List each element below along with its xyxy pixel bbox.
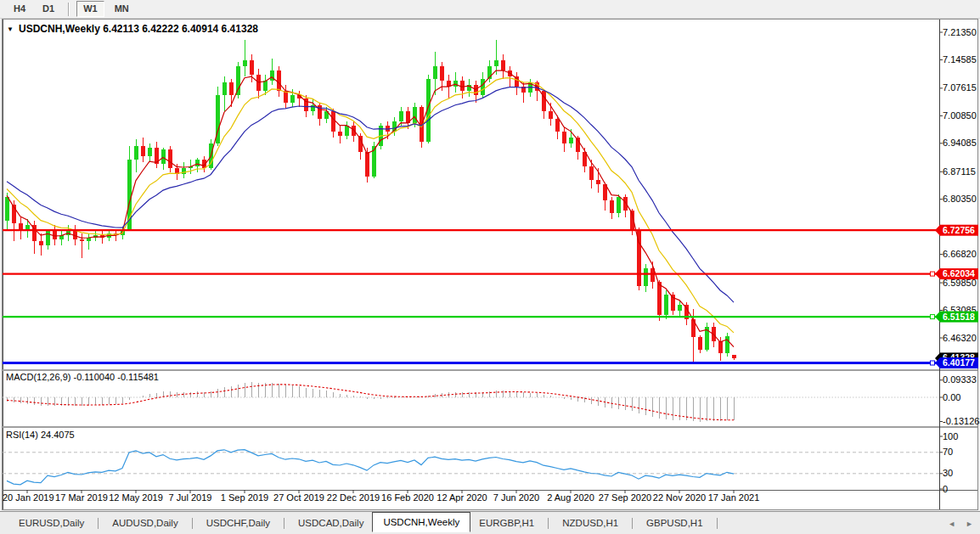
price-tick-label: 6.80350 <box>943 194 977 204</box>
timeframe-button-h4[interactable]: H4 <box>7 1 32 17</box>
toolbar-separator <box>68 3 70 16</box>
tab-scroll-right-icon[interactable]: ► <box>966 520 973 528</box>
price-tick-label: 7.07615 <box>943 82 977 93</box>
price-tick-label: 6.66820 <box>943 249 977 259</box>
timeframe-button-mn[interactable]: MN <box>108 1 136 17</box>
tab-gbpusd-h1[interactable]: GBPUSD,H1 <box>638 514 711 531</box>
tab-scroll-arrows: ◄► <box>948 512 973 534</box>
date-label: 17 Mar 2019 <box>55 492 108 503</box>
rsi-indicator-label: RSI(14) 24.4075 <box>6 430 75 440</box>
support-line-green-handle[interactable] <box>931 315 935 319</box>
price-badge-label: 6.40177 <box>943 357 975 368</box>
macd-tick-label: -0.131263 <box>943 416 980 426</box>
tab-eurgbp-h1[interactable]: EURGBP,H1 <box>470 514 543 531</box>
tab-separator <box>717 518 718 529</box>
price-tick-label: 6.87115 <box>943 166 976 177</box>
resistance-line-2-handle[interactable] <box>931 272 935 276</box>
price-tick-label: 6.94085 <box>943 138 977 148</box>
tab-separator <box>632 518 633 529</box>
price-tick-label: 7.21350 <box>943 27 977 37</box>
mt4-chart-window: H4D1W1MN 7.213507.145857.076157.008506.9… <box>0 0 980 534</box>
macd-indicator-label: MACD(12,26,9) -0.110040 -0.115481 <box>6 372 159 382</box>
chart-area[interactable]: 7.213507.145857.076157.008506.940856.871… <box>0 19 980 511</box>
tab-separator <box>192 518 193 529</box>
date-label: 22 Dec 2019 <box>327 492 380 503</box>
macd-tick-label: 0.00 <box>943 392 960 402</box>
price-badge-label: 6.51518 <box>943 312 975 322</box>
rsi-tick-label: 70 <box>943 447 953 457</box>
chart-menu-arrow-icon[interactable]: ▼ <box>7 25 14 33</box>
tab-separator <box>284 518 284 529</box>
chart-title: ▼USDCNH,Weekly 6.42113 6.42222 6.40914 6… <box>7 23 258 35</box>
macd-tick-label: 0.09333 <box>943 374 977 385</box>
support-line-blue-handle[interactable] <box>931 361 935 365</box>
tab-separator <box>548 518 549 529</box>
price-badge-label: 6.72756 <box>943 225 975 235</box>
tab-audusd-daily[interactable]: AUDUSD,Daily <box>104 514 186 531</box>
date-label: 12 Apr 2020 <box>436 492 487 503</box>
tab-usdcad-daily[interactable]: USDCAD,Daily <box>290 514 372 531</box>
date-label: 20 Jan 2019 <box>3 492 54 503</box>
date-label: 16 Feb 2020 <box>381 492 434 503</box>
chart-tab-bar: EURUSD,DailyAUDUSD,DailyUSDCHF,DailyUSDC… <box>0 511 980 534</box>
date-label: 1 Sep 2019 <box>221 492 268 503</box>
date-label: 17 Jan 2021 <box>708 492 760 503</box>
price-tick-label: 6.46320 <box>943 333 977 343</box>
tab-eurusd-daily[interactable]: EURUSD,Daily <box>10 514 93 531</box>
price-tick-label: 7.14585 <box>943 54 977 65</box>
date-label: 22 Nov 2020 <box>653 492 706 503</box>
chart-window-frame <box>3 20 978 510</box>
timeframe-button-d1[interactable]: D1 <box>36 1 61 17</box>
rsi-tick-label: 100 <box>943 431 958 441</box>
timeframe-button-w1[interactable]: W1 <box>76 1 104 17</box>
date-label: 27 Sep 2020 <box>599 492 651 503</box>
date-label: 12 May 2019 <box>109 492 163 503</box>
rsi-tick-label: 30 <box>943 468 953 478</box>
date-label: 27 Oct 2019 <box>273 492 324 503</box>
price-badge-label: 6.62034 <box>943 268 975 278</box>
tab-nzdusd-h1[interactable]: NZDUSD,H1 <box>554 514 627 531</box>
date-label: 7 Jun 2020 <box>493 492 539 503</box>
tab-usdcnh-weekly[interactable]: USDCNH,Weekly <box>372 512 470 532</box>
tab-usdchf-daily[interactable]: USDCHF,Daily <box>198 514 279 531</box>
rsi-tick-label: 0 <box>943 484 948 494</box>
date-label: 7 Jul 2019 <box>169 492 212 503</box>
tab-scroll-left-icon[interactable]: ◄ <box>948 520 955 528</box>
chart-title-text: USDCNH,Weekly 6.42113 6.42222 6.40914 6.… <box>19 23 258 35</box>
time-axis[interactable]: 20 Jan 201917 Mar 201912 May 20197 Jul 2… <box>3 490 759 503</box>
price-tick-label: 7.00850 <box>943 110 977 121</box>
timeframe-toolbar: H4D1W1MN <box>0 0 980 19</box>
date-label: 2 Aug 2020 <box>547 492 594 503</box>
tab-separator <box>98 518 99 529</box>
